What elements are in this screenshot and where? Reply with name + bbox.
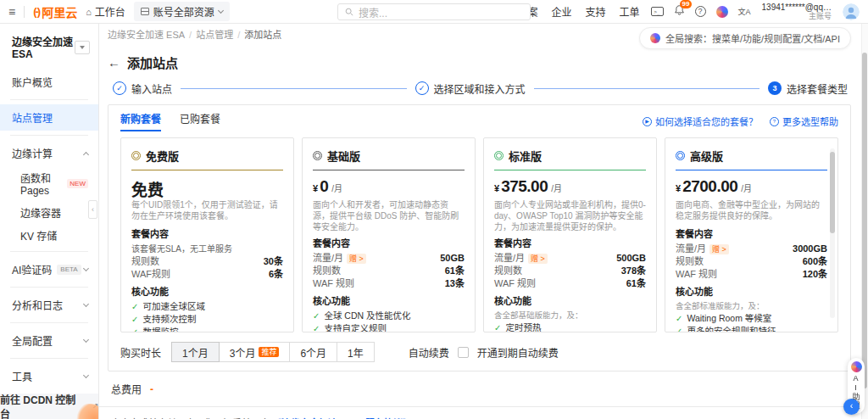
ai-assistant-icon[interactable] xyxy=(716,6,728,18)
check-icon: ✓ xyxy=(313,310,320,322)
sidebar-item-label: 分析和日志 xyxy=(12,298,63,312)
goto-dcdn-button[interactable]: 前往 DCDN 控制台 ↗ xyxy=(0,394,98,419)
account-resources-dropdown[interactable]: 账号全部资源 xyxy=(134,2,230,21)
tab-0[interactable]: 新购套餐 xyxy=(120,111,161,131)
tab-1[interactable]: 已购套餐 xyxy=(180,111,220,131)
auto-renew-checkbox[interactable] xyxy=(458,347,469,358)
breadcrumb: 边缘安全加速 ESA/站点管理/添加站点 xyxy=(108,29,281,41)
workbench-link[interactable]: ⌂ 工作台 xyxy=(86,4,125,19)
sidebar-collapse-handle[interactable]: ‹ xyxy=(88,200,97,219)
help-link-1[interactable]: ?更多选型帮助 xyxy=(770,115,838,128)
plan-content-label: 套餐内容 xyxy=(676,226,827,240)
plan-icon xyxy=(676,151,685,160)
auto-renew-text: 开通到期自动续费 xyxy=(477,345,559,360)
account-menu[interactable]: 13941******@qq… 主账号 xyxy=(762,3,832,21)
language-icon[interactable]: 文A xyxy=(738,6,751,17)
check-icon: ✓ xyxy=(131,326,138,332)
resources-label: 账号全部资源 xyxy=(153,4,214,19)
spec-value: 13条 xyxy=(445,277,465,290)
aliyun-logo-text: 阿里云 xyxy=(42,3,77,20)
card-scrollbar-thumb[interactable] xyxy=(830,152,835,233)
help-link-0[interactable]: ▶如何选择适合您的套餐？ xyxy=(643,115,758,128)
sidebar-item-15[interactable]: 工具 xyxy=(0,363,98,389)
plan-card-0[interactable]: 免费版 免费 每个UID限领1个，仅用于测试验证，请勿在生产环境使用该套餐。 套… xyxy=(120,137,294,332)
spec-label: WAF 规则 xyxy=(494,277,536,290)
check-icon: ✓ xyxy=(494,321,501,332)
duration-option-2[interactable]: 6个月 xyxy=(289,342,337,362)
duration-option-3[interactable]: 1年 xyxy=(337,342,375,362)
check-icon: ✓ xyxy=(131,300,138,313)
collapse-fab[interactable]: ‹ xyxy=(843,399,860,415)
plan-period: /月 xyxy=(741,182,752,194)
aliyun-logo[interactable]: (-) 阿里云 xyxy=(33,3,77,20)
spec-label: 流量/月 赠 > xyxy=(676,243,729,255)
page-scrollbar-thumb[interactable] xyxy=(862,53,867,388)
wizard-connector xyxy=(181,88,406,89)
breadcrumb-separator: / xyxy=(189,29,192,41)
total-cost-value: - xyxy=(150,383,153,395)
sidebar-item-7[interactable]: KV 存储 xyxy=(0,224,98,247)
notifications-button[interactable]: 99 xyxy=(674,4,685,19)
ai-orb-icon xyxy=(851,361,862,372)
sidebar-item-9[interactable]: AI验证码BETA xyxy=(0,256,98,282)
duration-option-1[interactable]: 3个月 推荐 xyxy=(219,342,291,362)
avatar[interactable] xyxy=(843,3,860,20)
plan-name: 高级版 xyxy=(690,148,723,164)
topbar-menu-item-4[interactable]: 工单 xyxy=(620,4,640,19)
sidebar-item-2[interactable]: 站点管理 xyxy=(0,104,98,131)
chevron-down-icon xyxy=(83,372,89,377)
plan-description: 面向电商、金融等中型企业，为网站的稳定服务提供良好的保障。 xyxy=(676,199,827,223)
sidebar-item-13[interactable]: 全局配置 xyxy=(0,327,98,354)
back-arrow-icon[interactable]: ← xyxy=(108,55,120,70)
global-search-button[interactable]: 全局搜索：搜菜单/功能/规则配置/文档/API xyxy=(639,27,851,49)
topbar-menu-item-3[interactable]: 支持 xyxy=(586,4,606,19)
breadcrumb-item-1[interactable]: 站点管理 xyxy=(196,29,233,41)
plan-spec-row: 流量/月 赠 > 50GB xyxy=(313,252,465,265)
sidebar-divider xyxy=(10,99,88,100)
plan-content-label: 套餐内容 xyxy=(131,226,283,240)
plan-features-label: 核心功能 xyxy=(494,293,646,307)
topbar-search-input[interactable]: 搜索... xyxy=(337,3,531,20)
step-number: 3 xyxy=(768,81,782,95)
sidebar-item-6[interactable]: 边缘容器 xyxy=(0,201,98,224)
duration-option-0[interactable]: 1个月 xyxy=(171,342,220,362)
product-name: 边缘安全加速 ESA xyxy=(12,34,75,60)
plan-spec-row: WAF规则 6条 xyxy=(131,268,283,281)
cloudshell-icon[interactable]: >_ xyxy=(651,7,664,16)
product-switch-button[interactable] xyxy=(75,41,90,54)
sidebar-item-4[interactable]: 边缘计算 xyxy=(0,140,98,166)
total-cost-row: 总费用 - xyxy=(108,382,851,396)
plan-card-3[interactable]: 高级版 ¥ 2700.00 /月 面向电商、金融等中型企业，为网站的稳定服务提供… xyxy=(665,137,838,332)
sidebar-divider xyxy=(10,135,88,136)
features-note: 含全部标准版能力，及： xyxy=(676,300,827,311)
sidebar-item-11[interactable]: 分析和日志 xyxy=(0,292,98,318)
plan-spec-row: 流量/月 赠 > 500GB xyxy=(494,252,646,265)
sidebar-item-label: KV 存储 xyxy=(20,228,57,243)
topbar-menu-item-2[interactable]: 企业 xyxy=(552,4,572,19)
aliyun-logo-icon: (-) xyxy=(33,5,39,18)
hamburger-menu-icon[interactable]: ≡ xyxy=(8,5,15,19)
sidebar: 边缘安全加速 ESA 账户概览站点管理边缘计算函数和 PagesNEW边缘容器K… xyxy=(0,24,99,419)
gift-badge[interactable]: 赠 > xyxy=(528,254,548,264)
duration-label: 购买时长 xyxy=(120,345,161,360)
plan-spec-row: 规则数 30条 xyxy=(131,255,283,268)
search-icon xyxy=(345,8,353,16)
plan-card-2[interactable]: 标准版 ¥ 375.00 /月 面向个人专业网站或非盈利机构，提供0-day、O… xyxy=(483,137,657,332)
gift-badge[interactable]: 赠 > xyxy=(709,244,729,254)
workbench-label: 工作台 xyxy=(95,4,125,19)
chevron-down-icon xyxy=(83,336,89,342)
gift-badge[interactable]: 赠 > xyxy=(347,254,366,264)
sidebar-item-5[interactable]: 函数和 PagesNEW xyxy=(0,166,98,201)
sidebar-divider xyxy=(10,251,88,252)
sidebar-item-0[interactable]: 账户概览 xyxy=(0,69,98,95)
plan-spec-row: WAF 规则 120条 xyxy=(676,268,827,281)
help-icon[interactable]: ? xyxy=(695,6,706,17)
topbar: ≡ (-) 阿里云 ⌂ 工作台 账号全部资源 搜索... 费用备案企业支持工单 … xyxy=(0,0,868,24)
breadcrumb-item-0[interactable]: 边缘安全加速 ESA xyxy=(108,29,185,41)
spec-value: 6条 xyxy=(269,268,283,281)
plan-card-1[interactable]: 基础版 ¥ 0 /月 面向个人和开发者，可加速动静态资源，提供平台级 DDoS … xyxy=(302,137,476,332)
plan-price: 0 xyxy=(320,177,328,196)
chevron-down-icon xyxy=(83,265,89,271)
wizard-step-2: 3 选择套餐类型 xyxy=(768,81,848,96)
sidebar-item-label: 函数和 Pages xyxy=(20,170,64,197)
